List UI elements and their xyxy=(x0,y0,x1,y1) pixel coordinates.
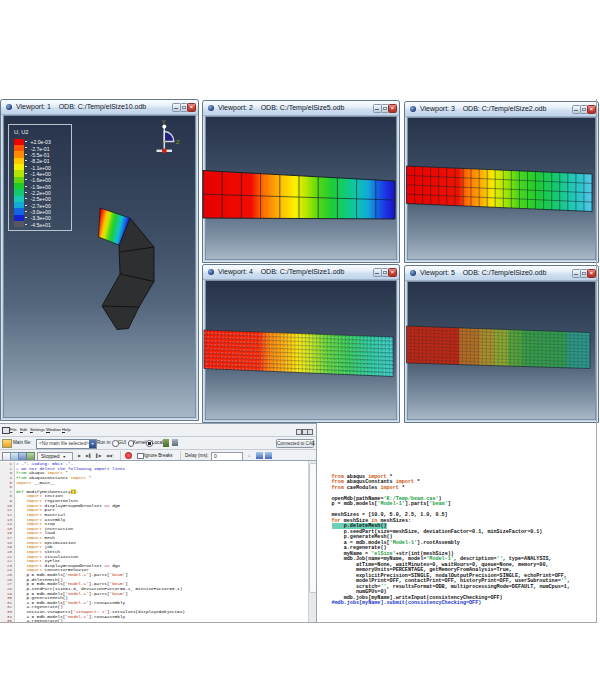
svg-text:Z: Z xyxy=(176,139,180,145)
svg-text:Y: Y xyxy=(162,119,166,125)
